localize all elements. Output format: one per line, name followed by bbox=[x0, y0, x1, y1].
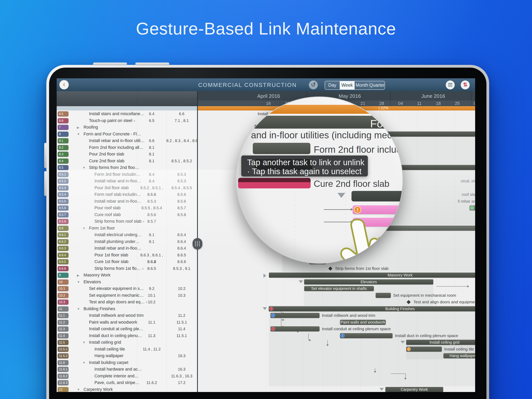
table-row[interactable]: 8.3Pour 2nd floor slab8.1 bbox=[57, 151, 197, 158]
table-row[interactable]: 11.6.1Install hardware and ac…16.3 bbox=[57, 366, 197, 373]
segment-month[interactable]: Month bbox=[355, 81, 369, 90]
gantt-task-bar[interactable]: i bbox=[271, 313, 320, 318]
table-row[interactable]: 8.6▼Form 1st floor bbox=[57, 225, 197, 232]
table-row[interactable]: 11.5.1Install ceiling tile11.4 , 11.2 bbox=[57, 346, 197, 353]
gantt-summary-bar[interactable]: Masonry Work bbox=[269, 273, 475, 278]
segment-week[interactable]: Week bbox=[340, 81, 355, 90]
gantt-task-bar[interactable]: Paint walls and woodwork bbox=[340, 320, 386, 325]
collapse-icon[interactable]: ▼ bbox=[77, 307, 80, 311]
collapse-icon[interactable]: ▼ bbox=[82, 341, 85, 344]
task-name: Set elevator equipment in s… bbox=[89, 285, 144, 292]
table-row[interactable]: 8.5.8Strip forms from roof slab♦8.5.7 bbox=[57, 218, 197, 225]
pane-resize-handle[interactable] bbox=[193, 238, 202, 249]
table-row[interactable]: 8.5.6Pour roof slab8.5.5 , 8.5.48.5.7 bbox=[57, 205, 197, 211]
gantt-task-bar[interactable]: Hang wallpaper bbox=[443, 353, 475, 358]
table-row[interactable]: 11.6.2Complete interior and…11.6.3 , 16.… bbox=[57, 373, 197, 380]
collapse-icon[interactable]: ▼ bbox=[77, 133, 80, 136]
table-row[interactable]: 6.6Touch-up paint on steel♦6.57.1 , 8.1 bbox=[57, 117, 197, 124]
back-button[interactable]: ‹ bbox=[59, 80, 69, 90]
table-row[interactable]: 6.5Install stairs and miscellane…6.46.6 bbox=[57, 110, 197, 117]
task-name: Install duct in ceiling plenu… bbox=[89, 332, 142, 339]
bar-label: Elevators bbox=[304, 279, 433, 284]
table-row[interactable]: 12▼Carpentry Work bbox=[57, 386, 197, 392]
dependency-line bbox=[327, 340, 328, 345]
collapse-icon[interactable] bbox=[263, 307, 267, 310]
table-row[interactable]: 8.5.7Cure roof slab8.5.68.5.8 bbox=[57, 211, 197, 218]
predecessor-value: 8.4 bbox=[137, 178, 166, 185]
table-row[interactable]: 11.6.3Pave, curb, and stripe…11.6.217.2 bbox=[57, 379, 197, 386]
table-row[interactable]: 7▶Roofing bbox=[57, 124, 197, 131]
table-row[interactable]: 8.4Cure 2nd floor slab8.18.5.1 , 8.5.2 bbox=[57, 158, 197, 164]
table-row[interactable]: 8.1Install rebar and in-floor utili…6.68… bbox=[57, 137, 197, 144]
week-tick-label: 28 bbox=[379, 101, 384, 106]
collapse-icon[interactable]: ▼ bbox=[82, 227, 85, 230]
table-row[interactable]: 8.5.4Form roof slab includin…8.5.38.5.6 bbox=[57, 191, 197, 198]
table-row[interactable]: 8.5.1Form 3rd floor includin…8.48.5.3 bbox=[57, 171, 197, 178]
gantt-task-bar[interactable]: ! bbox=[406, 347, 442, 352]
undo-button[interactable]: ↺ bbox=[309, 80, 318, 90]
table-row[interactable]: 8.6.5Cure 1st floor slab8.6.48.6.6 bbox=[57, 258, 197, 265]
table-row[interactable]: 11.2Paint walls and woodwork11.111.5.1 bbox=[57, 319, 197, 326]
table-row[interactable]: 11.3Install conduit at ceiling ple…11.4 bbox=[57, 326, 197, 332]
project-row-left bbox=[57, 106, 197, 110]
table-row[interactable]: 8.5.3Pour 3rd floor slab8.5.2 , 8.5.1 , … bbox=[57, 185, 197, 191]
gantt-summary-bar[interactable]: Elevators bbox=[304, 279, 433, 284]
table-row[interactable]: 8▼Form and Pour Concrete - Fl… bbox=[57, 131, 197, 138]
outline-view-button[interactable] bbox=[446, 80, 455, 90]
collapse-icon[interactable]: ▼ bbox=[82, 166, 85, 169]
table-row[interactable]: 8.5▼Strip forms from 2nd floo… bbox=[57, 164, 197, 171]
expand-icon[interactable] bbox=[263, 274, 266, 278]
segment-day[interactable]: Day bbox=[325, 81, 340, 90]
table-row[interactable]: 8.2Form 2nd floor including all…8.1 bbox=[57, 144, 197, 151]
expand-icon[interactable]: ▶ bbox=[77, 126, 79, 129]
gantt-task-bar[interactable]: ☺ bbox=[469, 205, 475, 210]
timescale-segmented-control[interactable]: DayWeekMonthQuarter bbox=[325, 81, 385, 90]
dependency-line bbox=[436, 286, 468, 287]
gantt-summary-bar[interactable]: Carpentry Work bbox=[385, 387, 443, 392]
task-id-pill: 8.5.5 bbox=[58, 199, 69, 204]
collapse-icon[interactable]: ▼ bbox=[82, 361, 85, 365]
collapse-icon[interactable] bbox=[380, 388, 384, 391]
table-row[interactable]: 11.6▼Install building carpet bbox=[57, 359, 197, 366]
table-row[interactable]: 8.5.5Install rebar and in-floo…8.5.38.5.… bbox=[57, 198, 197, 205]
leveling-button[interactable]: ⇅ bbox=[461, 80, 470, 90]
predecessor-value: 8.5.3 bbox=[137, 191, 166, 198]
table-row[interactable]: 10▼Elevators bbox=[57, 279, 197, 285]
week-tick-label: 21 bbox=[361, 101, 365, 106]
table-row[interactable]: 10.1Set elevator equipment in s…9.210.2 bbox=[57, 285, 197, 292]
gantt-task-bar[interactable]: ! bbox=[271, 326, 320, 331]
collapse-icon[interactable]: ▼ bbox=[77, 388, 80, 391]
gantt-task-bar[interactable]: i bbox=[340, 333, 393, 338]
table-row[interactable]: 11.1Install millwork and wood trim11.2 bbox=[57, 312, 197, 319]
expand-icon[interactable]: ▶ bbox=[77, 274, 79, 277]
collapse-icon[interactable] bbox=[299, 280, 303, 283]
table-row[interactable]: 8.6.6Strip forms from 1st flo…♦8.6.58.5.… bbox=[57, 265, 197, 272]
table-row[interactable]: 8.5.2Install rebar and in-floo…8.48.5.3 bbox=[57, 178, 197, 185]
task-name: Cure roof slab bbox=[95, 211, 121, 218]
task-name: Install millwork and wood trim bbox=[89, 312, 144, 319]
gantt-task-label: roof slab including all floor openings bbox=[462, 191, 475, 198]
gantt-summary-bar[interactable]: Install ceiling grid bbox=[406, 340, 475, 345]
successor-value: 8.5.6 bbox=[166, 198, 197, 205]
disclosure-triangle-icon[interactable] bbox=[337, 193, 345, 198]
gantt-task-bar[interactable]: Set elevator equipment in shafts bbox=[304, 286, 374, 291]
table-row[interactable]: 10.3Test and align doors and eq…♦10.2 bbox=[57, 299, 197, 305]
selected-task-bar[interactable] bbox=[238, 178, 310, 188]
collapse-icon[interactable]: ▼ bbox=[77, 280, 80, 284]
table-row[interactable]: 11.4Install duct in ceiling plenu…11.311… bbox=[57, 332, 197, 339]
gantt-summary-bar[interactable]: !Building Finishes bbox=[269, 306, 475, 311]
table-row[interactable]: 8.6.4Pour 1st floor slab8.6.3 , 8.6.1 , … bbox=[57, 252, 197, 258]
predecessor-value: 6.5 bbox=[137, 117, 166, 124]
table-row[interactable]: 11.5▼Install ceiling grid bbox=[57, 339, 197, 346]
table-row[interactable]: 11▼Building Finishes bbox=[57, 305, 197, 312]
table-row[interactable]: 11.5.2Hang wallpaper16.3 bbox=[57, 353, 197, 359]
segment-quarter[interactable]: Quarter bbox=[369, 81, 385, 90]
table-row[interactable]: 8.6.3Install rebar and in-floo…8.6.4 bbox=[57, 245, 197, 252]
table-row[interactable]: 10.2Set equipment in mechanic…10.110.3 bbox=[57, 292, 197, 299]
collapse-icon[interactable] bbox=[400, 341, 405, 343]
gantt-task-bar[interactable] bbox=[376, 293, 391, 298]
table-row[interactable]: 9▶Masonry Work bbox=[57, 272, 197, 279]
table-row[interactable]: 8.6.1Install electrical underg…8.18.6.4 bbox=[57, 232, 197, 238]
table-row[interactable]: 8.6.2Install plumbing under…8.18.6.4 bbox=[57, 238, 197, 245]
magnified-task-bar[interactable] bbox=[253, 143, 310, 154]
